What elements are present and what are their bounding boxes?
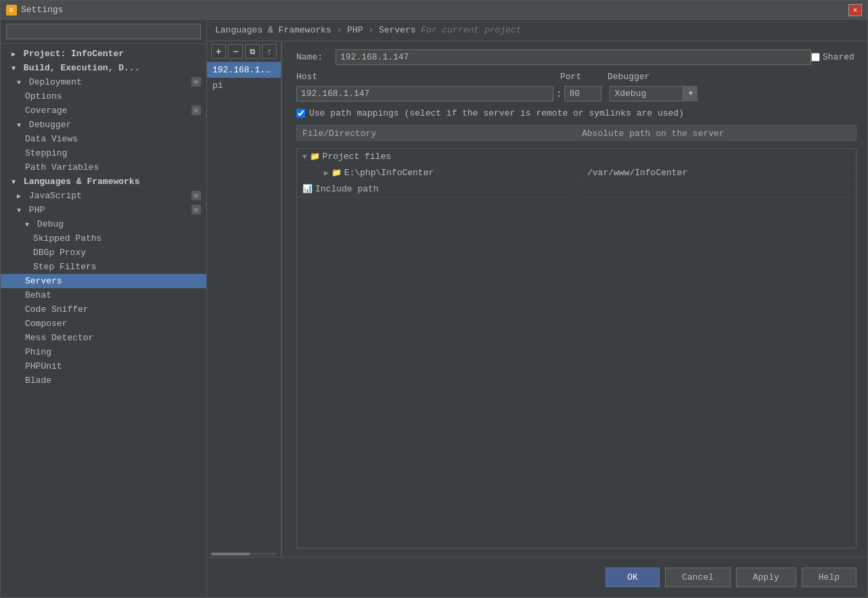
breadcrumb-suffix: For current project	[421, 25, 521, 35]
host-input[interactable]	[296, 86, 553, 101]
breadcrumb-part3: Servers	[379, 25, 416, 35]
add-server-button[interactable]: +	[211, 44, 226, 59]
folder-icon: 📁	[332, 168, 342, 178]
table-row[interactable]: ▶ 📁 E:\php\InfoCenter /var/www/InfoCente…	[297, 165, 856, 181]
server-list-pane: + − ⧉ ↑ 192.168.1.1... pi	[207, 41, 281, 557]
shared-label: Shared	[823, 52, 856, 62]
col-header-file: File/Directory	[297, 126, 576, 141]
title-bar: ⚙ Settings ✕	[1, 1, 867, 20]
server-list-items: 192.168.1.1... pi	[207, 62, 281, 551]
shared-checkbox-wrapper: Shared	[811, 52, 856, 62]
sidebar-item-behat[interactable]: Behat	[1, 288, 206, 302]
settings-badge: ⚙	[191, 191, 201, 200]
sidebar-item-stepfilters[interactable]: Step Filters	[1, 260, 206, 274]
main-content: ▶ Project: InfoCenter ▼ Build, Execution…	[1, 20, 867, 597]
mapping-cell-col2: /var/www/InfoCenter	[582, 165, 856, 181]
folder-icon: 📁	[310, 152, 320, 162]
name-input-wrapper: Name:	[296, 49, 811, 65]
name-label: Name:	[296, 52, 330, 62]
sidebar-item-dbgpproxy[interactable]: DBGp Proxy	[1, 246, 206, 260]
sidebar-item-blade[interactable]: Blade	[1, 373, 206, 388]
arrow-icon: ▼	[25, 221, 29, 229]
arrow-icon: ▼	[17, 122, 21, 129]
debugger-select[interactable]: Xdebug Zend Debugger	[610, 86, 698, 101]
move-server-button[interactable]: ↑	[262, 44, 277, 59]
sidebar-item-options[interactable]: Options	[1, 89, 206, 104]
sidebar-item-coverage[interactable]: Coverage ⚙	[1, 104, 206, 118]
sidebar-item-php[interactable]: ▼ PHP ⚙	[1, 203, 206, 217]
port-label: Port	[560, 72, 608, 82]
settings-badge: ⚙	[191, 77, 201, 87]
table-row[interactable]: 📊 Include path	[297, 181, 856, 198]
panel-body: + − ⧉ ↑ 192.168.1.1... pi	[207, 41, 867, 557]
sidebar-item-dataviews[interactable]: Data Views	[1, 132, 206, 146]
arrow-icon: ▼	[17, 207, 21, 214]
sidebar-item-messdetector[interactable]: Mess Detector	[1, 331, 206, 345]
remove-server-button[interactable]: −	[228, 44, 243, 59]
sidebar-item-skippedpaths[interactable]: Skipped Paths	[1, 231, 206, 246]
debugger-label: Debugger	[608, 72, 649, 82]
server-list-toolbar: + − ⧉ ↑	[207, 41, 281, 62]
copy-server-button[interactable]: ⧉	[245, 44, 260, 59]
sidebar-item-phing[interactable]: Phing	[1, 345, 206, 359]
app-icon: ⚙	[6, 5, 17, 16]
table-row[interactable]: ▼ 📁 Project files	[297, 149, 856, 165]
sidebar-item-langframeworks[interactable]: ▼ Languages & Frameworks	[1, 175, 206, 189]
settings-window: ⚙ Settings ✕ ▶ Project: InfoCenter ▼ Bui…	[0, 0, 868, 598]
breadcrumb: Languages & Frameworks › PHP › Servers F…	[207, 20, 867, 41]
sidebar-item-build[interactable]: ▼ Build, Execution, D...	[1, 61, 206, 75]
mapping-table-headers: File/Directory Absolute path on the serv…	[296, 125, 856, 141]
scrollbar-track	[211, 553, 277, 555]
sidebar-item-stepping[interactable]: Stepping	[1, 146, 206, 160]
sidebar: ▶ Project: InfoCenter ▼ Build, Execution…	[1, 20, 207, 597]
apply-button[interactable]: Apply	[736, 568, 796, 587]
window-title: Settings	[21, 5, 848, 15]
mapping-cell-col1: ▶ 📁 E:\php\InfoCenter	[308, 165, 582, 181]
breadcrumb-part2: PHP	[347, 25, 363, 35]
name-input[interactable]	[336, 49, 811, 65]
include-path-icon: 📊	[302, 184, 313, 194]
sidebar-item-servers[interactable]: Servers	[1, 274, 206, 288]
port-input[interactable]	[564, 86, 601, 101]
server-item-1[interactable]: 192.168.1.1...	[207, 62, 281, 78]
scrollbar-thumb[interactable]	[211, 553, 250, 555]
settings-badge: ⚙	[191, 106, 201, 115]
bottom-bar: OK Cancel Apply Help	[207, 557, 867, 597]
sidebar-item-composer[interactable]: Composer	[1, 317, 206, 331]
sidebar-item-phpunit[interactable]: PHPUnit	[1, 359, 206, 373]
sidebar-item-deployment[interactable]: ▼ Deployment ⚙	[1, 75, 206, 89]
mapping-table: ▼ 📁 Project files ▶	[296, 148, 856, 549]
mapping-cell-col2	[576, 149, 856, 164]
host-label: Host	[296, 72, 560, 82]
host-labels: Host Port Debugger	[296, 72, 856, 82]
path-mappings-label: Use path mappings (select if the server …	[309, 108, 684, 118]
sidebar-tree: ▶ Project: InfoCenter ▼ Build, Execution…	[1, 44, 206, 597]
breadcrumb-part1: Languages & Frameworks	[215, 25, 332, 35]
col-header-path: Absolute path on the server	[576, 126, 856, 141]
shared-checkbox[interactable]	[811, 53, 820, 62]
server-list-scrollbar	[207, 551, 281, 557]
arrow-icon: ▼	[17, 79, 21, 87]
right-panel: Languages & Frameworks › PHP › Servers F…	[207, 20, 867, 597]
sidebar-item-pathvariables[interactable]: Path Variables	[1, 160, 206, 175]
help-button[interactable]: Help	[802, 568, 856, 587]
sidebar-item-debugger[interactable]: ▼ Debugger	[1, 118, 206, 132]
ok-button[interactable]: OK	[606, 568, 660, 587]
collapse-arrow-icon: ▼	[302, 153, 307, 161]
arrow-icon: ▶	[17, 192, 21, 200]
search-input[interactable]	[6, 24, 201, 39]
arrow-icon: ▼	[12, 179, 16, 186]
mapping-cell-col2	[576, 181, 856, 197]
sidebar-item-codesniffer[interactable]: Code Sniffer	[1, 302, 206, 317]
mapping-cell-col1: 📊 Include path	[297, 181, 576, 197]
host-section: Host Port Debugger : Xde	[296, 72, 856, 101]
cancel-button[interactable]: Cancel	[665, 568, 731, 587]
close-button[interactable]: ✕	[848, 4, 862, 16]
server-item-2[interactable]: pi	[207, 78, 281, 93]
sidebar-item-debug[interactable]: ▼ Debug	[1, 217, 206, 231]
sidebar-item-project[interactable]: ▶ Project: InfoCenter	[1, 47, 206, 61]
path-mappings-checkbox[interactable]	[296, 109, 305, 118]
path-mappings-row: Use path mappings (select if the server …	[296, 108, 856, 118]
sidebar-item-javascript[interactable]: ▶ JavaScript ⚙	[1, 189, 206, 203]
expand-arrow-icon: ▶	[324, 168, 329, 177]
